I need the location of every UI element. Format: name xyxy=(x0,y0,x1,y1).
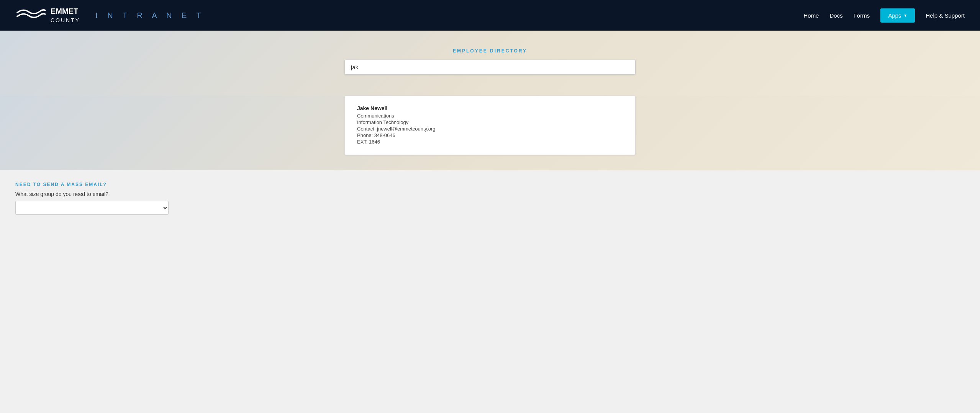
main-nav: Home Docs Forms Apps Help & Support xyxy=(803,8,965,23)
nav-help[interactable]: Help & Support xyxy=(926,12,965,19)
nav-forms[interactable]: Forms xyxy=(854,12,870,19)
intranet-label: I N T R A N E T xyxy=(95,11,205,20)
result-card: Jake Newell Communications Information T… xyxy=(344,96,636,155)
site-header: EMMET COUNTY I N T R A N E T Home Docs F… xyxy=(0,0,980,31)
result-contact: Contact: jnewell@emmetcounty.org xyxy=(357,126,623,132)
hero-section: EMPLOYEE DIRECTORY xyxy=(0,31,980,96)
search-input[interactable] xyxy=(344,60,636,75)
results-area: Jake Newell Communications Information T… xyxy=(0,96,980,170)
result-dept2: Information Technology xyxy=(357,119,623,125)
mass-email-label: What size group do you need to email? xyxy=(15,191,965,197)
mass-email-section: NEED TO SEND A MASS EMAIL? What size gro… xyxy=(0,170,980,230)
nav-home[interactable]: Home xyxy=(803,12,819,19)
nav-docs[interactable]: Docs xyxy=(829,12,842,19)
result-ext: EXT: 1646 xyxy=(357,139,623,145)
result-dept1: Communications xyxy=(357,113,623,119)
logo-text: EMMET COUNTY xyxy=(51,7,80,24)
nav-apps-button[interactable]: Apps xyxy=(880,8,915,23)
logo-icon xyxy=(15,5,46,26)
mass-email-title: NEED TO SEND A MASS EMAIL? xyxy=(15,182,965,187)
mass-email-select[interactable]: Small GroupDepartmentAll Employees xyxy=(15,201,169,215)
result-phone: Phone: 348-0646 xyxy=(357,132,623,138)
logo-area: EMMET COUNTY xyxy=(15,5,80,26)
employee-directory-label: EMPLOYEE DIRECTORY xyxy=(453,48,527,54)
result-name: Jake Newell xyxy=(357,105,623,111)
